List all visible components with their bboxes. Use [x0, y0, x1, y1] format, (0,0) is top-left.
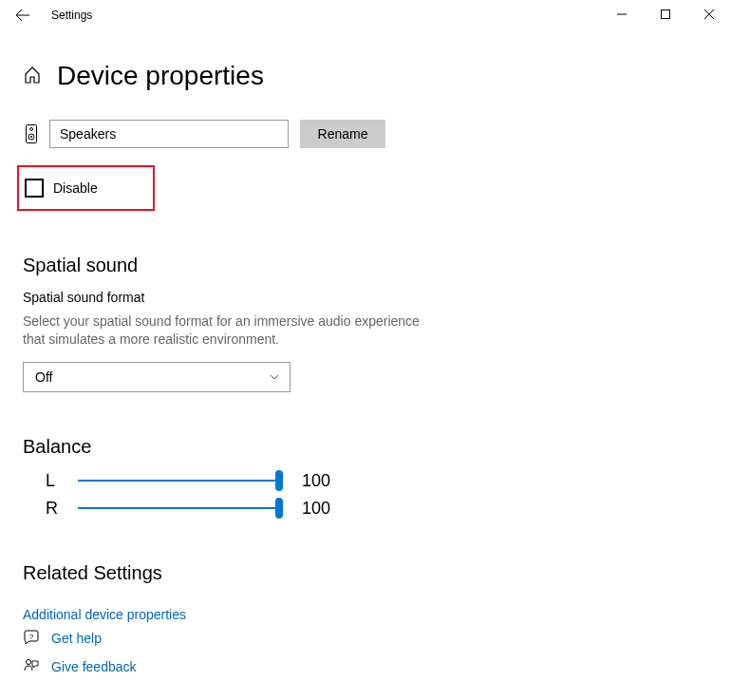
additional-properties-link[interactable]: Additional device properties: [23, 607, 186, 622]
spatial-selected-value: Off: [35, 369, 52, 385]
window-controls: [600, 0, 731, 28]
get-help-text: Get help: [51, 631, 102, 646]
balance-right-row: R 100: [23, 499, 708, 519]
spatial-sound-heading: Spatial sound: [23, 255, 708, 276]
balance-left-label: L: [46, 471, 78, 491]
slider-thumb[interactable]: [275, 470, 283, 491]
balance-right-label: R: [46, 499, 78, 519]
balance-right-slider[interactable]: [78, 499, 279, 518]
balance-left-slider[interactable]: [78, 471, 279, 490]
device-name-input[interactable]: [49, 120, 289, 148]
home-icon[interactable]: [23, 66, 42, 87]
disable-checkbox-row[interactable]: Disable: [17, 165, 155, 211]
balance-right-value: 100: [302, 499, 330, 519]
disable-checkbox[interactable]: [25, 179, 44, 198]
device-name-row: Rename: [23, 120, 708, 148]
balance-left-value: 100: [302, 471, 330, 491]
rename-button[interactable]: Rename: [300, 120, 385, 148]
maximize-button[interactable]: [644, 0, 687, 28]
give-feedback-text: Give feedback: [51, 659, 137, 674]
minimize-icon: [617, 9, 627, 19]
help-icon: ?: [23, 630, 40, 647]
close-button[interactable]: [687, 0, 731, 28]
svg-point-2: [30, 128, 33, 131]
balance-heading: Balance: [23, 436, 708, 458]
balance-left-row: L 100: [23, 471, 708, 491]
spatial-description: Select your spatial sound format for an …: [23, 312, 431, 349]
chevron-down-icon: [269, 371, 280, 383]
footer-links: ? Get help Give feedback: [23, 630, 137, 687]
page-header: Device properties: [23, 61, 708, 91]
related-settings-heading: Related Settings: [23, 562, 708, 584]
minimize-button[interactable]: [600, 0, 644, 28]
svg-point-6: [27, 660, 31, 665]
svg-rect-0: [662, 10, 670, 19]
back-arrow-icon: [15, 8, 30, 23]
disable-label: Disable: [53, 180, 98, 196]
give-feedback-link[interactable]: Give feedback: [23, 658, 137, 675]
slider-thumb[interactable]: [275, 498, 283, 519]
back-button[interactable]: [8, 0, 38, 30]
spatial-format-dropdown[interactable]: Off: [23, 362, 291, 392]
page-title: Device properties: [57, 61, 264, 91]
get-help-link[interactable]: ? Get help: [23, 630, 137, 647]
maximize-icon: [661, 9, 670, 19]
window-title: Settings: [51, 9, 92, 22]
spatial-format-label: Spatial sound format: [23, 290, 708, 305]
speaker-icon: [23, 124, 40, 143]
close-icon: [704, 9, 714, 19]
svg-point-4: [30, 136, 32, 138]
feedback-icon: [23, 658, 40, 675]
svg-text:?: ?: [29, 633, 34, 641]
